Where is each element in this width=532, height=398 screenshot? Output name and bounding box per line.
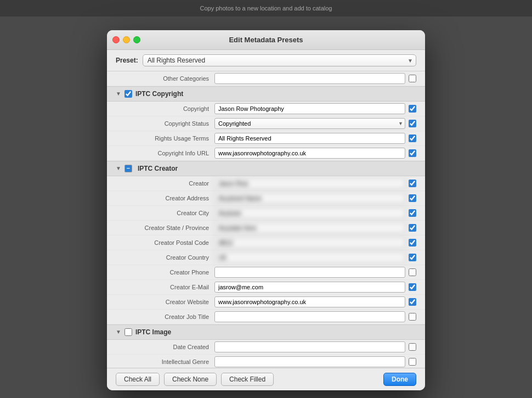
preset-select[interactable]: All Rights Reserved bbox=[143, 54, 416, 66]
creator-state-row: Creator State / Province bbox=[107, 221, 425, 236]
copyright-checkbox[interactable] bbox=[409, 105, 416, 113]
copyright-url-label: Copyright Info URL bbox=[116, 150, 214, 156]
copyright-status-select[interactable]: Copyrighted bbox=[214, 118, 405, 129]
iptc-creator-partial-checkbox[interactable] bbox=[124, 165, 132, 172]
check-none-button[interactable]: Check None bbox=[164, 373, 217, 386]
iptc-copyright-header: ▼ IPTC Copyright bbox=[107, 86, 425, 102]
creator-phone-label: Creator Phone bbox=[116, 269, 214, 276]
creator-website-label: Creator Website bbox=[116, 299, 214, 305]
creator-postal-row: Creator Postal Code bbox=[107, 236, 425, 250]
creator-address-row: Creator Address bbox=[107, 191, 425, 206]
creator-city-checkbox[interactable] bbox=[409, 209, 416, 217]
check-filled-button[interactable]: Check Filled bbox=[221, 373, 274, 386]
creator-address-input[interactable] bbox=[214, 193, 405, 204]
iptc-image-title: IPTC Image bbox=[135, 328, 171, 336]
iptc-image-section: ▼ IPTC Image Date Created Intellectual G… bbox=[107, 324, 425, 368]
copyright-status-row: Copyright Status Copyrighted ▼ bbox=[107, 116, 425, 131]
copyright-label: Copyright bbox=[116, 105, 214, 112]
copyright-url-row: Copyright Info URL bbox=[107, 146, 425, 161]
creator-input[interactable] bbox=[214, 178, 405, 189]
creator-row: Creator bbox=[107, 176, 425, 191]
creator-state-checkbox[interactable] bbox=[409, 224, 416, 232]
iptc-creator-title: IPTC Creator bbox=[138, 165, 178, 172]
creator-email-label: Creator E-Mail bbox=[116, 284, 214, 290]
copyright-row: Copyright bbox=[107, 102, 425, 116]
traffic-lights bbox=[112, 36, 140, 43]
preset-select-wrap: All Rights Reserved ▼ bbox=[143, 54, 416, 66]
check-all-button[interactable]: Check All bbox=[116, 373, 160, 386]
close-button[interactable] bbox=[112, 36, 120, 43]
date-created-row: Date Created bbox=[107, 340, 425, 355]
minimize-button[interactable] bbox=[123, 36, 130, 43]
creator-city-label: Creator City bbox=[116, 210, 214, 216]
other-categories-row: Other Categories bbox=[107, 71, 425, 86]
iptc-image-checkbox[interactable] bbox=[124, 328, 132, 336]
iptc-image-header: ▼ IPTC Image bbox=[107, 324, 425, 340]
creator-state-label: Creator State / Province bbox=[116, 225, 214, 231]
creator-jobtitle-label: Creator Job Title bbox=[116, 313, 214, 320]
iptc-copyright-section: ▼ IPTC Copyright Copyright Copyright Sta… bbox=[107, 86, 425, 161]
creator-website-input[interactable] bbox=[214, 296, 405, 307]
maximize-button[interactable] bbox=[133, 36, 140, 43]
rights-usage-checkbox[interactable] bbox=[409, 134, 416, 142]
preset-label: Preset: bbox=[116, 57, 138, 64]
iptc-creator-header: ▼ IPTC Creator bbox=[107, 161, 425, 176]
creator-email-checkbox[interactable] bbox=[409, 283, 416, 291]
creator-city-input[interactable] bbox=[214, 208, 405, 218]
bottom-bar: Check All Check None Check Filled Done bbox=[107, 368, 425, 390]
preset-row: Preset: All Rights Reserved ▼ bbox=[107, 50, 425, 71]
copyright-status-label: Copyright Status bbox=[116, 120, 214, 127]
creator-address-label: Creator Address bbox=[116, 195, 214, 201]
copyright-status-checkbox[interactable] bbox=[409, 120, 416, 127]
top-bar: Copy photos to a new location and add to… bbox=[0, 0, 532, 16]
other-categories-input[interactable] bbox=[214, 73, 405, 84]
collapse-arrow-icon[interactable]: ▼ bbox=[116, 91, 121, 97]
done-button[interactable]: Done bbox=[383, 373, 416, 386]
iptc-copyright-checkbox[interactable] bbox=[124, 90, 132, 98]
creator-jobtitle-input[interactable] bbox=[214, 311, 405, 322]
dialog-title: Edit Metadata Presets bbox=[229, 36, 303, 44]
creator-email-row: Creator E-Mail bbox=[107, 280, 425, 295]
collapse-arrow-icon[interactable]: ▼ bbox=[116, 329, 121, 335]
rights-usage-label: Rights Usage Terms bbox=[116, 135, 214, 142]
other-categories-checkbox[interactable] bbox=[409, 75, 416, 82]
creator-jobtitle-checkbox[interactable] bbox=[409, 313, 416, 321]
iptc-creator-section: ▼ IPTC Creator Creator Creator Address C… bbox=[107, 161, 425, 324]
intellectual-genre-input[interactable] bbox=[214, 356, 405, 367]
other-categories-label: Other Categories bbox=[116, 75, 214, 82]
collapse-arrow-icon[interactable]: ▼ bbox=[116, 165, 121, 171]
creator-country-row: Creator Country bbox=[107, 250, 425, 265]
date-created-input[interactable] bbox=[214, 341, 405, 352]
creator-address-checkbox[interactable] bbox=[409, 194, 416, 202]
intellectual-genre-label: Intellectual Genre bbox=[116, 358, 214, 365]
dialog-titlebar: Edit Metadata Presets bbox=[107, 30, 425, 50]
creator-phone-checkbox[interactable] bbox=[409, 268, 416, 276]
creator-postal-label: Creator Postal Code bbox=[116, 239, 214, 246]
creator-postal-checkbox[interactable] bbox=[409, 239, 416, 246]
intellectual-genre-checkbox[interactable] bbox=[409, 358, 416, 366]
iptc-copyright-title: IPTC Copyright bbox=[135, 90, 183, 98]
scroll-area[interactable]: Other Categories ▼ IPTC Copyright Copyri… bbox=[107, 71, 425, 368]
creator-email-input[interactable] bbox=[214, 282, 405, 293]
copyright-url-input[interactable] bbox=[214, 148, 405, 159]
copyright-input[interactable] bbox=[214, 103, 405, 114]
copyright-url-checkbox[interactable] bbox=[409, 149, 416, 157]
rights-usage-input[interactable] bbox=[214, 133, 405, 144]
creator-website-checkbox[interactable] bbox=[409, 298, 416, 306]
edit-metadata-dialog: Edit Metadata Presets Preset: All Rights… bbox=[107, 30, 425, 390]
creator-jobtitle-row: Creator Job Title bbox=[107, 310, 425, 324]
date-created-checkbox[interactable] bbox=[409, 343, 416, 351]
creator-phone-row: Creator Phone bbox=[107, 265, 425, 280]
creator-phone-input[interactable] bbox=[214, 267, 405, 278]
creator-country-label: Creator Country bbox=[116, 254, 214, 261]
creator-label: Creator bbox=[116, 180, 214, 187]
intellectual-genre-row: Intellectual Genre bbox=[107, 355, 425, 368]
creator-country-checkbox[interactable] bbox=[409, 254, 416, 261]
creator-state-input[interactable] bbox=[214, 222, 405, 233]
creator-country-input[interactable] bbox=[214, 252, 405, 263]
creator-city-row: Creator City bbox=[107, 206, 425, 221]
top-bar-text: Copy photos to a new location and add to… bbox=[200, 5, 332, 12]
creator-postal-input[interactable] bbox=[214, 237, 405, 248]
date-created-label: Date Created bbox=[116, 344, 214, 350]
creator-checkbox[interactable] bbox=[409, 180, 416, 187]
